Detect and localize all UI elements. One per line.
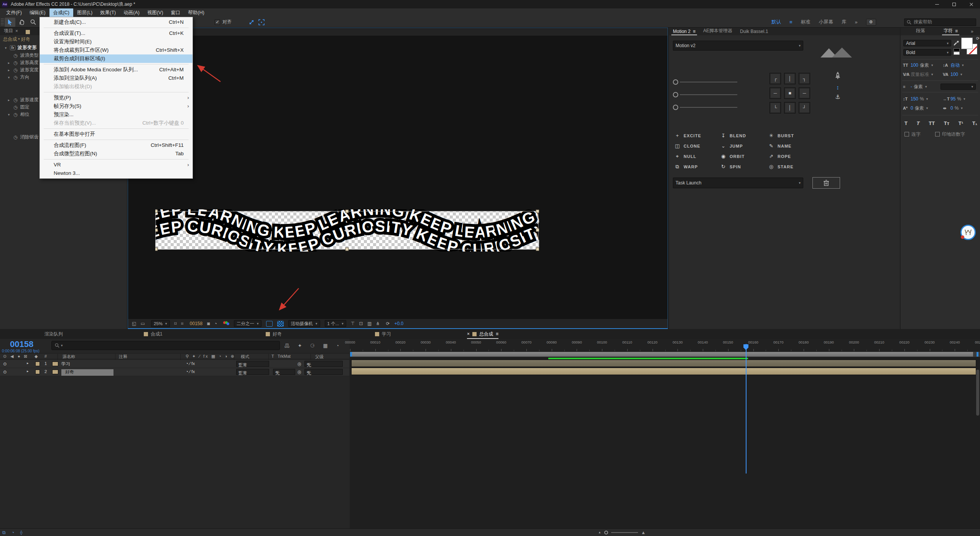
timeline-toggle-icons[interactable]: 品 ✦ ⚆ ▦ ◔ bbox=[284, 342, 342, 349]
stopwatch-icon[interactable]: ◷ bbox=[13, 135, 17, 140]
tab-project[interactable]: 项目× bbox=[0, 26, 22, 35]
menubar-item[interactable]: 帮助(H) bbox=[184, 8, 208, 17]
motion-button-spin[interactable]: ↻SPIN bbox=[720, 161, 768, 172]
layer-name[interactable]: 好奇 bbox=[61, 369, 113, 376]
motion-preset-select[interactable]: Motion v2▾ bbox=[673, 41, 803, 51]
tab-motion2[interactable]: Motion 2≡ bbox=[669, 28, 699, 35]
baseline-shift-value[interactable]: 0 bbox=[911, 105, 913, 111]
timeline-zoom-slider[interactable]: ▲ ▲ bbox=[598, 530, 646, 535]
transparency-grid-icon[interactable] bbox=[277, 321, 284, 327]
menubar-item[interactable]: 视图(V) bbox=[143, 8, 167, 17]
faux-italic-button[interactable]: T bbox=[917, 120, 920, 126]
motion-button-stare[interactable]: ◎STARE bbox=[768, 161, 818, 172]
tab-paragraph[interactable]: 段落 bbox=[912, 26, 929, 35]
subscript-button[interactable]: T₁ bbox=[972, 120, 977, 126]
slider-row[interactable] bbox=[673, 101, 737, 113]
menubar-item[interactable]: 图层(L) bbox=[73, 8, 96, 17]
blend-mode-select[interactable]: 正常▾ bbox=[236, 369, 269, 375]
close-tab-icon[interactable]: × bbox=[15, 28, 18, 34]
grid-guides-icons[interactable]: ⌑ ⌗ bbox=[174, 321, 185, 326]
all-caps-button[interactable]: TT bbox=[929, 120, 935, 126]
kerning-value[interactable]: 度量标准 bbox=[911, 71, 929, 78]
eyedropper-icon[interactable] bbox=[954, 40, 960, 46]
tab-character[interactable]: 字符≡ bbox=[940, 26, 962, 35]
panel-overflow-icon[interactable]: » bbox=[967, 28, 977, 35]
timeline-tab-渲染队列[interactable]: 渲染队列 bbox=[44, 329, 63, 339]
stroke-width-value[interactable]: - bbox=[911, 84, 912, 89]
anchor-icon[interactable]: ⚓ bbox=[835, 94, 840, 100]
parent-pickwhip-icon[interactable]: ◎ bbox=[298, 369, 301, 375]
eye-icon[interactable]: ⊙ bbox=[3, 361, 7, 367]
view-layout-select[interactable]: 1 个...▾ bbox=[325, 320, 346, 327]
motion-button-name[interactable]: ✎NAME bbox=[768, 141, 818, 151]
menubar-item[interactable]: 动画(A) bbox=[120, 8, 143, 17]
menu-item[interactable]: 裁剪合成到目标区域(I) bbox=[40, 54, 192, 63]
anchor-grid-button[interactable]: └ bbox=[770, 102, 781, 113]
tracking-value[interactable]: 100 bbox=[950, 72, 958, 77]
trkmat-select[interactable]: 无▾ bbox=[273, 369, 295, 375]
twirl-icon[interactable]: ▸ bbox=[27, 361, 29, 365]
stopwatch-icon[interactable]: ◷ bbox=[13, 97, 17, 103]
snap-diagonal-icon[interactable] bbox=[248, 19, 255, 25]
menubar-item[interactable]: 文件(F) bbox=[2, 8, 26, 17]
task-launch-select[interactable]: Task Launch▾ bbox=[673, 178, 803, 188]
work-area-bar[interactable] bbox=[350, 352, 980, 357]
timeline-tab-合成1[interactable]: 合成1 bbox=[144, 329, 163, 339]
hindi-digits-checkbox[interactable]: 印地语数字 bbox=[935, 131, 965, 138]
zoom-in-mountain-icon[interactable]: ▲ bbox=[641, 530, 646, 535]
stopwatch-icon[interactable]: ◷ bbox=[13, 67, 17, 73]
fill-stroke-color[interactable]: ⟳ bbox=[961, 38, 979, 57]
menubar-item[interactable]: 效果(T) bbox=[96, 8, 120, 17]
comment-column[interactable]: 注释 bbox=[119, 354, 127, 360]
panel-menu-icon[interactable]: ≡ bbox=[693, 29, 696, 34]
panel-menu-icon[interactable]: ≡ bbox=[496, 331, 498, 337]
viewer-timecode[interactable]: 00158 bbox=[190, 321, 202, 326]
trkmat-column[interactable]: TrkMat bbox=[278, 354, 291, 358]
magnification-select[interactable]: 25%▾ bbox=[151, 320, 170, 327]
twirl-icon[interactable]: ▾ bbox=[7, 76, 11, 79]
collapse-icon[interactable]: ▾ bbox=[4, 46, 8, 50]
font-size-value[interactable]: 100 bbox=[911, 62, 918, 68]
menu-item[interactable]: 将合成裁剪到工作区(W)Ctrl+Shift+X bbox=[40, 46, 192, 54]
layer-name[interactable]: 学习 bbox=[61, 361, 70, 367]
stopwatch-icon[interactable]: ◷ bbox=[13, 105, 17, 110]
stopwatch-icon[interactable]: ◷ bbox=[13, 75, 17, 80]
rocket-icon[interactable] bbox=[835, 72, 841, 81]
zoom-out-mountain-icon[interactable]: ▲ bbox=[598, 531, 601, 534]
motion-button-orbit[interactable]: ◉ORBIT bbox=[720, 151, 768, 161]
layer-row[interactable]: ⊙▸2好奇◔ ∕ fx正常▾无▾◎无▾ bbox=[0, 368, 349, 376]
font-style-select[interactable]: Bold▾ bbox=[903, 49, 951, 56]
time-ruler[interactable]: 0000000010000200003000040000500006000070… bbox=[350, 339, 980, 352]
vertical-scale-value[interactable]: 150 bbox=[911, 96, 918, 102]
layer-bar-1[interactable] bbox=[351, 360, 976, 367]
fill-color-swatch[interactable] bbox=[961, 38, 973, 49]
tsume-value[interactable]: 0 bbox=[950, 105, 953, 111]
motion-button-jump[interactable]: ⌄JUMP bbox=[720, 141, 768, 151]
motion-button-null[interactable]: ⌖NULL bbox=[674, 151, 720, 161]
anchor-grid-button[interactable]: ┘ bbox=[799, 102, 810, 113]
menu-item[interactable]: 预渲染... bbox=[40, 110, 192, 119]
stopwatch-icon[interactable]: ◷ bbox=[13, 112, 17, 117]
menu-item[interactable]: 预览(P)› bbox=[40, 94, 192, 102]
parent-pickwhip-icon[interactable]: ◎ bbox=[298, 361, 301, 367]
anchor-grid-button[interactable]: ┌ bbox=[770, 73, 781, 84]
selection-tool[interactable] bbox=[5, 18, 15, 27]
viewer-window-icons[interactable]: ◱ ▭ bbox=[132, 321, 146, 326]
menubar-item[interactable]: 编辑(E) bbox=[26, 8, 49, 17]
menu-item[interactable]: 合成流程图(F)Ctrl+Shift+F11 bbox=[40, 141, 192, 150]
camera-select[interactable]: 活动摄像机▾ bbox=[288, 320, 320, 327]
motion-button-blend[interactable]: ↧BLEND bbox=[720, 130, 768, 141]
composition-canvas[interactable]: KEEP LEARNING KEEP LEARNING KEEP LEARNIN… bbox=[128, 36, 668, 319]
parent-column[interactable]: 父级 bbox=[315, 354, 324, 360]
minimize-button[interactable] bbox=[928, 0, 945, 8]
label-color-chip[interactable] bbox=[35, 370, 40, 374]
twirl-icon[interactable]: ▸ bbox=[7, 98, 11, 102]
snapshot-icons[interactable]: ◙ ◔ bbox=[207, 321, 219, 326]
twirl-icon[interactable]: ▸ bbox=[27, 369, 29, 373]
workspace-default[interactable]: 默认 bbox=[771, 19, 781, 25]
workspace-small-screen[interactable]: 小屏幕 bbox=[819, 19, 834, 25]
banner-layer[interactable]: KEEP LEARNING KEEP LEARNING KEEP LEARNIN… bbox=[155, 209, 539, 252]
motion-button-warp[interactable]: ⧉WARP bbox=[674, 161, 720, 172]
eye-icon[interactable]: ⊙ bbox=[3, 369, 7, 375]
menu-item[interactable]: 设置海报时间(E) bbox=[40, 38, 192, 46]
